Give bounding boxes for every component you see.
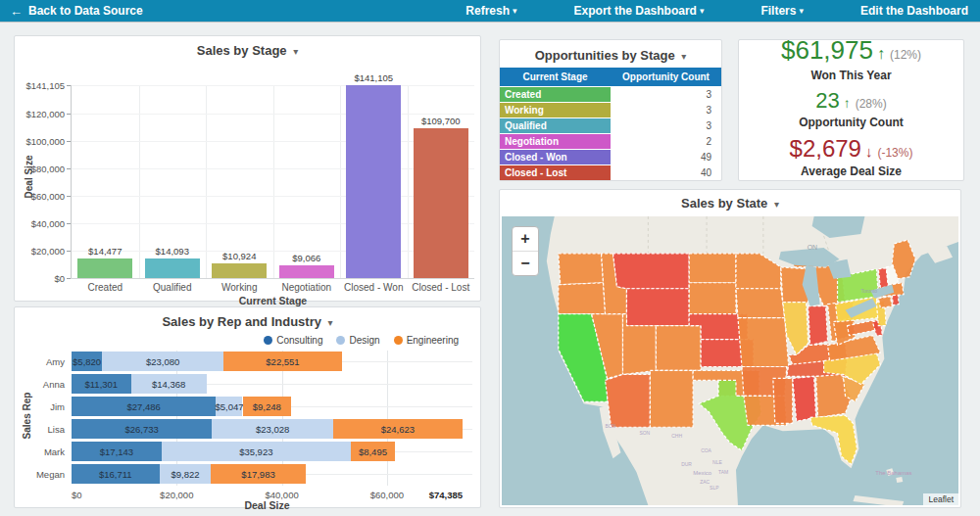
legend-dot: [264, 336, 272, 345]
map-label: CHH: [671, 433, 682, 439]
bar-segment-consulting[interactable]: $11,301: [72, 374, 131, 394]
stage-cell: Closed - Won: [500, 150, 611, 164]
bar-segment-design[interactable]: $14,368: [131, 374, 207, 394]
bar-segment-engineering[interactable]: $9,248: [243, 397, 292, 416]
stage-cell: Closed - Lost: [500, 165, 611, 180]
state-MT[interactable]: [613, 254, 690, 289]
state-SD[interactable]: [689, 283, 736, 314]
count-cell: 49: [611, 150, 721, 164]
zoom-in-button[interactable]: +: [513, 227, 538, 252]
opportunities-table: Current Stage Opportunity Count Created3…: [500, 68, 721, 180]
bar-row-lisa: Lisa$26,733$23,028$24,623: [72, 418, 463, 441]
map-label: SLP: [710, 485, 719, 491]
bar-negotiation[interactable]: [279, 265, 334, 278]
navbar-item-filters[interactable]: Filters▾: [760, 4, 804, 18]
map-attribution[interactable]: Leaflet: [923, 493, 958, 505]
state-IA[interactable]: [736, 289, 785, 318]
bar-segment-engineering[interactable]: $22,551: [223, 352, 342, 371]
bar-segment-engineering[interactable]: $8,495: [351, 442, 396, 461]
y-tick-label: $60,000: [31, 191, 65, 202]
table-row-working[interactable]: Working3: [500, 103, 721, 117]
bar-working[interactable]: [212, 263, 267, 278]
bar-segment-consulting[interactable]: $17,143: [72, 442, 162, 461]
table-row-closed-won[interactable]: Closed - Won49: [500, 150, 721, 164]
chevron-down-icon: ▾: [513, 6, 517, 16]
rep-label: Megan: [36, 463, 65, 486]
bar-segment-design[interactable]: $23,028: [212, 419, 333, 439]
rep-label: Lisa: [48, 418, 65, 441]
bar-segment-consulting[interactable]: $16,711: [72, 464, 160, 484]
y-tick-label: $40,000: [31, 218, 65, 229]
chevron-down-icon: ▾: [681, 51, 686, 62]
sales-by-stage-title[interactable]: Sales by Stage ▾: [15, 43, 480, 58]
table-row-created[interactable]: Created3: [500, 87, 721, 102]
navbar-item-refresh[interactable]: Refresh▾: [466, 4, 516, 18]
y-tick-label: $20,000: [31, 246, 65, 257]
state-NM[interactable]: [650, 370, 693, 427]
map-label: SON: [639, 430, 650, 436]
bar-closed-lost[interactable]: [414, 128, 468, 278]
state-OR[interactable]: [559, 283, 606, 314]
bar-segment-design[interactable]: $5,047: [216, 397, 242, 416]
table-row-qualified[interactable]: Qualified3: [500, 118, 721, 133]
bar-closed-won[interactable]: [346, 85, 401, 278]
y-tick-label: $80,000: [31, 164, 65, 174]
up-arrow-icon: ↑: [844, 97, 851, 111]
kpi-delta: (-13%): [877, 147, 912, 160]
choropleth-map[interactable]: ONTorontoBCNSONCHHCOANLETAMDURMexicoZACS…: [502, 216, 958, 505]
bar-segment-design[interactable]: $35,923: [162, 442, 351, 461]
bar-value-label: $141,105: [354, 72, 393, 83]
panel-title-text: Sales by Stage: [197, 43, 287, 58]
bar-segment-consulting[interactable]: $5,820: [72, 352, 102, 371]
sales-by-rep-title[interactable]: Sales by Rep and Industry ▾: [15, 314, 480, 329]
map-label: NLE: [712, 459, 722, 465]
state-RI[interactable]: [892, 295, 899, 305]
bar-segment-design[interactable]: $23,080: [102, 352, 223, 371]
back-label: Back to Data Source: [28, 4, 143, 18]
table-header-row: Current Stage Opportunity Count: [500, 68, 721, 86]
bar-row-jim: Jim$27,486$5,047$9,248: [72, 396, 463, 418]
bar-segment-consulting[interactable]: $26,733: [72, 419, 212, 439]
left-arrow-icon: ←: [10, 4, 23, 19]
state-CT[interactable]: [878, 297, 892, 308]
bar-segment-design[interactable]: $9,822: [160, 464, 212, 484]
state-AL[interactable]: [793, 376, 816, 421]
map-label: BCN: [606, 423, 616, 429]
table-row-closed-lost[interactable]: Closed - Lost40: [500, 165, 721, 180]
kpi-value-row: $61,975↑(12%): [781, 37, 921, 64]
state-MO[interactable]: [738, 318, 789, 367]
bar-segment-engineering[interactable]: $24,623: [333, 419, 463, 439]
bar-segment-engineering[interactable]: $17,983: [211, 464, 305, 484]
sales-by-state-title[interactable]: Sales by State ▾: [500, 196, 960, 211]
y-tick-label: $120,000: [25, 109, 65, 119]
state-MS[interactable]: [773, 378, 793, 423]
back-to-data-source-button[interactable]: ← Back to Data Source: [10, 4, 143, 19]
zoom-out-button[interactable]: −: [513, 252, 538, 275]
state-AZ[interactable]: [606, 374, 651, 427]
state-ND[interactable]: [689, 254, 736, 283]
x-category-label: Working: [206, 282, 273, 293]
map-label: ON: [808, 244, 817, 251]
opportunities-title[interactable]: Opportunities by Stage ▾: [500, 48, 721, 63]
x-category-label: Qualified: [139, 282, 207, 293]
rep-label: Mark: [44, 441, 65, 463]
rep-label: Amy: [46, 351, 65, 373]
legend-item-consulting[interactable]: Consulting: [264, 335, 322, 346]
state-WA[interactable]: [559, 254, 604, 285]
state-WY[interactable]: [626, 289, 689, 326]
map-label: Mexico: [693, 470, 712, 476]
gridline-horizontal: [72, 114, 474, 115]
state-IN[interactable]: [808, 306, 828, 346]
x-axis-label: Deal Size: [72, 499, 463, 511]
bar-created[interactable]: [77, 258, 132, 278]
state-CO[interactable]: [656, 326, 701, 371]
table-row-negotiation[interactable]: Negotiation2: [500, 134, 721, 149]
state-FL[interactable]: [810, 415, 858, 464]
bar-segment-consulting[interactable]: $27,486: [72, 397, 216, 416]
navbar-item-export-the-dashboard[interactable]: Export the Dashboard▾: [574, 4, 705, 18]
map-label: The Bahamas: [875, 470, 911, 476]
legend-item-engineering[interactable]: Engineering: [394, 335, 459, 346]
bar-qualified[interactable]: [145, 258, 200, 278]
navbar-item-edit-the-dashboard[interactable]: Edit the Dashboard: [860, 4, 968, 18]
legend-item-design[interactable]: Design: [336, 335, 379, 346]
